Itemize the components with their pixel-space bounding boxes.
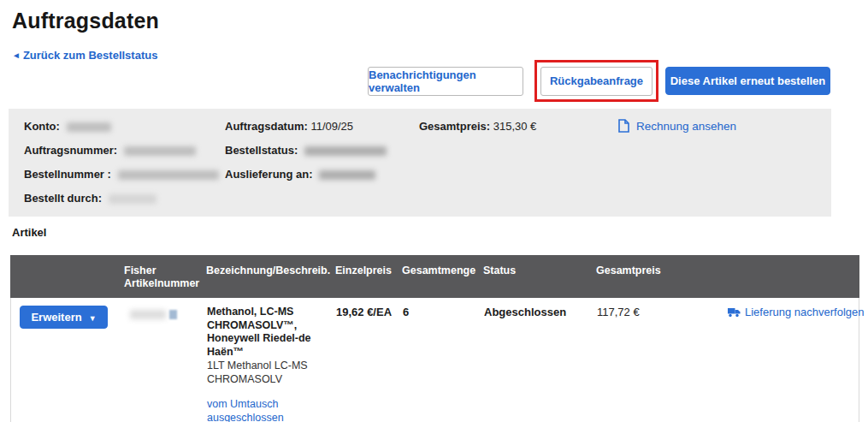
expand-button[interactable]: Erweitern ▼ xyxy=(20,306,108,329)
status-cell: Abgeschlossen xyxy=(484,306,597,318)
column-header-einzelpreis: Einzelpreis xyxy=(335,264,402,277)
product-name: Methanol, LC-MS CHROMASOLV™, Honeywell R… xyxy=(207,306,321,359)
ship-to-row: Auslieferung an: xyxy=(225,168,375,181)
table-row: Erweitern ▼ Methanol, LC-MS CHROMASOLV™,… xyxy=(10,298,859,422)
ordered-by-value-redacted xyxy=(109,194,156,204)
product-description: 1LT Methanol LC-MS CHROMASOLV xyxy=(207,360,321,386)
total-price-label: Gesamtpreis: xyxy=(419,120,490,133)
unit-price-cell: 19,62 €/EA xyxy=(336,306,403,318)
view-invoice-link[interactable]: Rechnung ansehen xyxy=(618,119,736,133)
page-title: Auftragsdaten xyxy=(12,9,159,33)
column-header-gesamtmenge: Gesamtmenge xyxy=(402,264,483,277)
manage-notifications-label: Benachrichtigungen verwalten xyxy=(369,68,523,94)
order-date-label: Auftragsdatum: xyxy=(225,120,308,133)
reorder-items-label: Diese Artikel erneut bestellen xyxy=(670,74,826,87)
ship-to-value-redacted xyxy=(319,170,375,180)
back-to-order-status-link[interactable]: ◄ Zurück zum Bestellstatus xyxy=(12,49,157,62)
items-section-heading: Artikel xyxy=(12,226,46,239)
manage-notifications-button[interactable]: Benachrichtigungen verwalten xyxy=(368,67,523,96)
total-price-row: Gesamtpreis: 315,30 € xyxy=(419,120,536,133)
truck-icon xyxy=(728,307,741,318)
exchange-exclusion-link[interactable]: vom Umtausch ausgeschlossen xyxy=(207,398,321,422)
account-row: Konto: xyxy=(24,120,111,133)
annotation-highlight-box: Rückgabeanfrage xyxy=(534,60,658,102)
return-request-button[interactable]: Rückgabeanfrage xyxy=(540,67,652,96)
column-header-gesamtpreis: Gesamtpreis xyxy=(596,264,693,277)
order-number-value-redacted xyxy=(124,146,196,156)
order-status-row: Bestellstatus: xyxy=(225,144,387,157)
items-table: Fisher Artikelnummer Bezeichnung/Beschre… xyxy=(10,255,859,422)
track-delivery-link[interactable]: Lieferung nachverfolgen xyxy=(728,306,865,318)
order-number-row: Auftragsnummer: xyxy=(24,144,196,157)
order-status-label: Bestellstatus: xyxy=(225,144,298,157)
return-request-label: Rückgabeanfrage xyxy=(550,74,643,87)
column-header-bezeichnung: Bezeichnung/Beschreib. xyxy=(206,264,335,277)
account-label: Konto: xyxy=(24,120,60,133)
order-date-row: Auftragsdatum: 11/09/25 xyxy=(225,120,353,133)
column-header-fisher-artikelnummer: Fisher Artikelnummer xyxy=(124,264,206,290)
order-date-value: 11/09/25 xyxy=(310,120,353,133)
chevron-down-icon: ▼ xyxy=(89,314,97,323)
ordered-by-label: Bestellt durch: xyxy=(24,192,102,205)
total-price-cell: 117,72 € xyxy=(597,306,694,318)
order-status-value-redacted xyxy=(304,146,387,156)
order-summary-panel: Konto: Auftragsnummer: Bestellnummer : B… xyxy=(9,109,831,217)
total-price-value: 315,30 € xyxy=(493,120,537,133)
po-number-label: Bestellnummer : xyxy=(24,168,111,181)
account-value-redacted xyxy=(67,122,111,132)
reorder-items-button[interactable]: Diese Artikel erneut bestellen xyxy=(665,67,830,95)
quantity-cell: 6 xyxy=(403,306,484,318)
ordered-by-row: Bestellt durch: xyxy=(24,192,156,205)
po-number-value-redacted xyxy=(118,170,219,180)
back-link-label: Zurück zum Bestellstatus xyxy=(23,49,158,62)
article-number-redacted xyxy=(130,310,166,319)
attachment-icon xyxy=(169,310,177,319)
po-number-row: Bestellnummer : xyxy=(24,168,219,181)
article-number-cell xyxy=(125,310,207,319)
column-header-status: Status xyxy=(483,264,596,277)
items-table-header: Fisher Artikelnummer Bezeichnung/Beschre… xyxy=(10,255,859,298)
order-number-label: Auftragsnummer: xyxy=(24,144,117,157)
view-invoice-label: Rechnung ansehen xyxy=(636,120,736,133)
ship-to-label: Auslieferung an: xyxy=(225,168,313,181)
track-delivery-label: Lieferung nachverfolgen xyxy=(745,306,865,318)
chevron-left-icon: ◄ xyxy=(12,51,21,60)
expand-button-label: Erweitern xyxy=(31,311,81,324)
document-icon xyxy=(618,119,629,133)
